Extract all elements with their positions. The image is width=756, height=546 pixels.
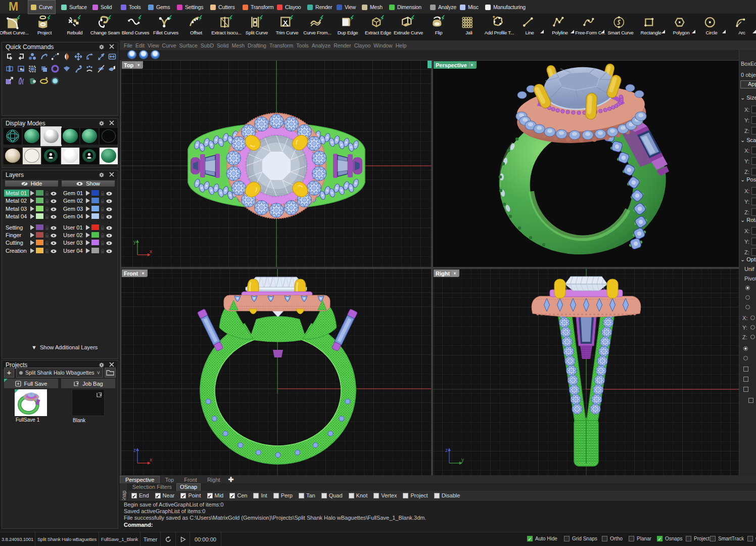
- svg-text:y: y: [133, 239, 136, 245]
- svg-text:z: z: [133, 447, 136, 453]
- svg-text:x: x: [150, 457, 152, 463]
- svg-text:y: y: [461, 457, 464, 463]
- svg-text:x: x: [150, 249, 152, 254]
- svg-text:z: z: [445, 447, 448, 453]
